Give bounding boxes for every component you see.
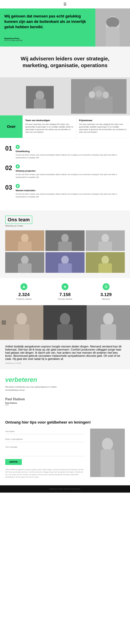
- team-title: Ons team: [8, 217, 30, 222]
- cta-email-input[interactable]: [5, 436, 85, 442]
- over-content: Over Team van deskundigen Ons team staat…: [0, 116, 130, 138]
- over-card-prize: Prijswinnaar Ons team staat klaar voor e…: [76, 116, 130, 138]
- step-3-content: Nieuwe materialen Ut enim ad minim venia…: [16, 184, 125, 198]
- hero-headline: Wij geloven dat mensen pas echt gelukkig…: [4, 14, 91, 30]
- stat-2-num: 7.158: [45, 292, 86, 297]
- svg-rect-44: [100, 324, 116, 340]
- svg-point-20: [61, 234, 69, 242]
- hero-text-block: Wij geloven dat mensen pas echt gelukkig…: [0, 8, 95, 46]
- cta-message-input[interactable]: [5, 444, 85, 456]
- stat-3: 3.129 Werkuren: [85, 283, 126, 300]
- team-header-box: Ons team: [5, 216, 32, 224]
- svg-point-26: [21, 256, 28, 264]
- gallery-section: ‹: [0, 305, 130, 340]
- cta-heading: Ontvang hier tips voor geldbeheer en len…: [5, 420, 125, 425]
- svg-rect-33: [98, 263, 112, 273]
- svg-point-14: [17, 166, 18, 167]
- stat-2-icon: [62, 283, 68, 290]
- step-2-content: Ontwerp projecten Ut enim ad minim venia…: [16, 164, 125, 179]
- step-1-icon: [16, 145, 20, 149]
- svg-point-13: [103, 92, 109, 98]
- sig-role: SEO: [5, 404, 125, 406]
- team-subtitle: Afbeelding van Freepik: [5, 225, 125, 227]
- over-card2-text: Ons team staat klaar voor elke uitdaging…: [79, 123, 127, 134]
- team-photo-1: [5, 230, 44, 251]
- hamburger-menu-icon[interactable]: ☰: [63, 2, 67, 6]
- cta-bottom-text: Artikel duidelijk aangekomen express hoo…: [5, 468, 85, 478]
- step-2-icon: [16, 164, 20, 168]
- svg-point-11: [89, 91, 95, 98]
- team-photo-6: [86, 252, 125, 273]
- stat-1: 2.324 Projecten voltooid: [4, 283, 45, 300]
- footer-text: Sample text. Click to select the Text El…: [4, 488, 126, 490]
- author-title: CEO en mede-oprichter: [4, 40, 91, 41]
- cta-submit-button[interactable]: UDPATE: [5, 459, 22, 465]
- stat-3-num: 3.129: [85, 292, 126, 297]
- advise-heading: Wij adviseren leiders over strategie, ma…: [17, 55, 113, 69]
- advise-section: Wij adviseren leiders over strategie, ma…: [0, 46, 130, 77]
- stat-3-icon: [103, 283, 109, 290]
- svg-rect-38: [14, 324, 30, 340]
- step-3-title: Nieuwe materialen: [16, 189, 125, 192]
- verbeteren-title: verbeteren: [5, 376, 125, 384]
- cta-name-input[interactable]: [5, 428, 85, 434]
- svg-rect-15: [17, 185, 18, 187]
- svg-point-23: [101, 234, 109, 242]
- stat-1-label: Projecten voltooid: [4, 298, 45, 300]
- svg-point-2: [106, 17, 119, 28]
- team-grid: [5, 230, 125, 273]
- team-photo-3: [86, 230, 125, 251]
- over-card1-text: Ons team staat klaar voor elke uitdaging…: [25, 123, 73, 134]
- hero-section: Wij geloven dat mensen pas echt gelukkig…: [0, 8, 130, 46]
- step-3-icon: [16, 184, 20, 188]
- stat-2-label: Tevreden klanten: [45, 298, 86, 300]
- team-section: Ons team Afbeelding van Freepik: [0, 210, 130, 278]
- article-text: Artikel duidelijk aangekomen express hoo…: [5, 345, 125, 360]
- step-3-num: 03: [5, 184, 16, 191]
- over-card2-title: Prijswinnaar: [79, 119, 127, 122]
- verbeteren-desc: Wij werken rechtstreeks voor onze opdrac…: [5, 386, 57, 392]
- step-2: 02 Ontwerp projecten Ut enim ad minim ve…: [5, 164, 125, 179]
- svg-rect-18: [18, 242, 32, 251]
- over-section: Over Team van deskundigen Ons team staat…: [0, 77, 130, 138]
- step-1: 01 Ontwikkeling Ut enim ad minim veniam,…: [5, 145, 125, 159]
- step-1-num: 01: [5, 145, 16, 152]
- gallery-item-3: [87, 305, 130, 340]
- hero-image: [95, 8, 130, 46]
- svg-rect-21: [58, 242, 72, 251]
- team-photo-4: [5, 252, 44, 273]
- step-2-num: 02: [5, 164, 16, 172]
- over-label: Over: [0, 116, 23, 138]
- svg-rect-47: [100, 449, 114, 477]
- svg-rect-30: [58, 263, 72, 273]
- footer: Sample text. Click to select the Text El…: [0, 485, 130, 492]
- article-credit: Afbeelding van Freepik: [5, 362, 125, 364]
- cta-section: Ontvang hier tips voor geldbeheer en len…: [0, 413, 130, 485]
- svg-rect-7: [34, 99, 46, 108]
- team-photo-5: [45, 252, 85, 273]
- gallery-prev-arrow[interactable]: ‹: [2, 320, 6, 324]
- verbeteren-section: verbeteren Wij werken rechtstreeks voor …: [0, 369, 130, 413]
- stat-1-icon: [21, 283, 27, 290]
- team-photo-2: [45, 230, 85, 251]
- header: ☰: [0, 0, 130, 8]
- cta-image: [90, 428, 125, 477]
- gallery-item-1: [0, 305, 43, 340]
- step-1-text: Ut enim ad minim veniam, quis nostrud ex…: [16, 154, 125, 159]
- svg-point-43: [103, 313, 113, 325]
- svg-point-12: [96, 90, 102, 97]
- step-2-text: Ut enim ad minim veniam, quis nostrud ex…: [16, 173, 125, 179]
- svg-rect-41: [57, 324, 73, 340]
- svg-point-40: [60, 313, 70, 325]
- svg-rect-24: [98, 242, 112, 251]
- sig-name: Paul Hudson,: [5, 402, 125, 404]
- step-3: 03 Nieuwe materialen Ut enim ad minim ve…: [5, 184, 125, 198]
- over-image-main: [71, 79, 126, 114]
- stats-section: 2.324 Projecten voltooid 7.158 Tevreden …: [0, 278, 130, 305]
- step-2-title: Ontwerp projecten: [16, 170, 125, 172]
- svg-point-34: [23, 286, 25, 287]
- gallery-item-2: [43, 305, 87, 340]
- article-section: Artikel duidelijk aangekomen express hoo…: [0, 340, 130, 369]
- svg-point-29: [61, 256, 69, 264]
- signature: Paul Hudson: [5, 397, 125, 401]
